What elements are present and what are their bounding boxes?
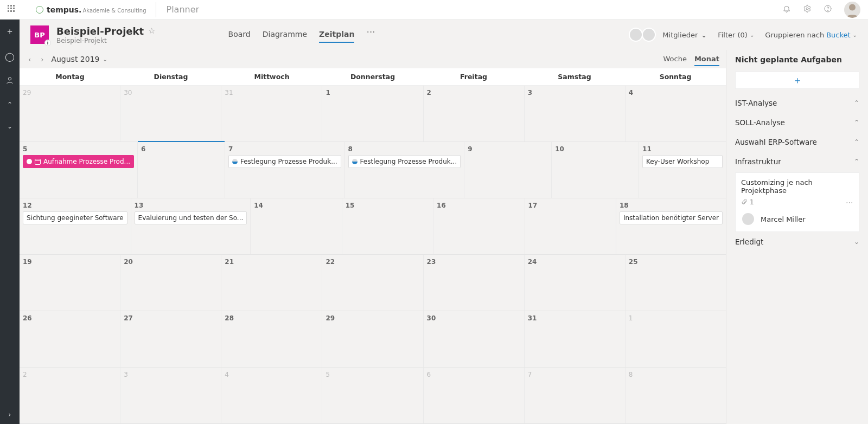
month-picker[interactable]: August 2019⌄ xyxy=(51,55,107,63)
help-icon[interactable] xyxy=(824,4,832,15)
calendar-event[interactable]: Aufnahme Prozesse Prod... xyxy=(23,155,134,168)
day-number: 15 xyxy=(346,202,430,209)
calendar-cell[interactable]: 21 xyxy=(221,255,322,311)
calendar-cell[interactable]: 10 xyxy=(552,142,639,198)
calendar-cell[interactable]: 23 xyxy=(424,255,525,311)
calendar-cell[interactable]: 12Sichtung geegineter Software xyxy=(20,198,131,254)
calendar-cell[interactable]: 11Key-User Workshop xyxy=(639,142,726,198)
bucket-row[interactable]: Erledigt⌄ xyxy=(735,232,859,252)
bucket-row[interactable]: IST-Analyse⌃ xyxy=(735,93,859,113)
filter-button[interactable]: Filter (0)⌄ xyxy=(718,31,754,39)
view-month-button[interactable]: Monat xyxy=(694,53,719,66)
chevron-down-icon: ⌄ xyxy=(854,238,859,246)
calendar-cell[interactable]: 7 xyxy=(525,368,626,423)
calendar-cell[interactable]: 8 xyxy=(626,368,726,423)
calendar-cell[interactable]: 9 xyxy=(464,142,552,198)
calendar-cell[interactable]: 24 xyxy=(525,255,626,311)
calendar-cell[interactable]: 25 xyxy=(626,255,726,311)
svg-point-0 xyxy=(806,8,808,10)
event-label: Festlegung Prozesse Produk... xyxy=(240,158,337,165)
calendar-cell[interactable]: 30 xyxy=(120,86,221,141)
day-header: Donnerstag xyxy=(322,68,423,85)
calendar-cell[interactable]: 2 xyxy=(20,368,120,423)
chevron-up-icon: ⌃ xyxy=(854,99,859,107)
calendar-cell[interactable]: 8Festlegung Prozesse Produk... xyxy=(345,142,465,198)
calendar-event[interactable]: Sichtung geegineter Software xyxy=(23,211,127,224)
day-header: Freitag xyxy=(423,68,524,85)
day-number: 17 xyxy=(528,202,612,209)
bucket-row[interactable]: Infrastruktur⌃ xyxy=(735,152,859,171)
calendar-cell[interactable]: 5Aufnahme Prozesse Prod... xyxy=(20,142,138,198)
tab-schedule[interactable]: Zeitplan xyxy=(319,27,354,43)
day-number: 18 xyxy=(620,202,723,209)
calendar-cell[interactable]: 6 xyxy=(424,368,525,423)
svg-point-2 xyxy=(828,10,828,11)
calendar-cell[interactable]: 13Evaluierung und testen der So... xyxy=(131,198,251,254)
rail-people-icon[interactable] xyxy=(5,76,14,87)
user-avatar[interactable] xyxy=(844,2,860,18)
notifications-icon[interactable] xyxy=(782,4,791,15)
calendar-event[interactable]: Installation benötigter Server xyxy=(620,211,723,224)
calendar-cell[interactable]: 1 xyxy=(626,311,726,367)
progress-icon xyxy=(232,159,238,164)
calendar-cell[interactable]: 19 xyxy=(20,255,120,311)
calendar-cell[interactable]: 7Festlegung Prozesse Produk... xyxy=(225,142,345,198)
calendar-cell[interactable]: 14 xyxy=(251,198,342,254)
calendar-cell[interactable]: 3 xyxy=(120,368,221,423)
tab-more-icon[interactable]: ⋯ xyxy=(366,27,375,43)
calendar-cell[interactable]: 22 xyxy=(322,255,423,311)
project-info-icon[interactable]: i xyxy=(44,40,51,46)
next-month-icon[interactable]: › xyxy=(39,55,46,63)
calendar-cell[interactable]: 18Installation benötigter Server xyxy=(616,198,726,254)
calendar-cell[interactable]: 3 xyxy=(525,86,626,141)
calendar-cell[interactable]: 27 xyxy=(120,311,221,367)
tenant-logo: tempus.Akademie & Consulting xyxy=(36,5,146,14)
calendar-cell[interactable]: 29 xyxy=(20,86,120,141)
calendar-cell[interactable]: 5 xyxy=(322,368,423,423)
event-label: Sichtung geegineter Software xyxy=(27,214,124,222)
calendar-cell[interactable]: 1 xyxy=(322,86,423,141)
members-button[interactable]: Mitglieder ⌄ xyxy=(629,28,707,42)
calendar-cell[interactable]: 4 xyxy=(221,368,322,423)
rail-hub-icon[interactable]: ◯ xyxy=(5,51,15,62)
bucket-row[interactable]: SOLL-Analyse⌃ xyxy=(735,113,859,132)
calendar-cell[interactable]: 2 xyxy=(424,86,525,141)
settings-icon[interactable] xyxy=(803,4,812,15)
calendar-cell[interactable]: 4 xyxy=(626,86,726,141)
bucket-row[interactable]: Auswahl ERP-Software⌃ xyxy=(735,132,859,152)
calendar-cell[interactable]: 17 xyxy=(525,198,616,254)
calendar-cell[interactable]: 6 xyxy=(138,142,225,198)
favorite-star-icon[interactable]: ☆ xyxy=(148,26,155,36)
calendar-cell[interactable]: 31 xyxy=(221,86,322,141)
calendar-event[interactable]: Key-User Workshop xyxy=(642,155,723,168)
rail-expand-icon[interactable]: › xyxy=(9,411,11,418)
calendar-cell[interactable]: 15 xyxy=(342,198,433,254)
calendar-cell[interactable]: 29 xyxy=(322,311,423,367)
calendar-event[interactable]: Festlegung Prozesse Produk... xyxy=(348,155,461,168)
day-header: Dienstag xyxy=(120,68,221,85)
progress-icon xyxy=(27,159,32,164)
task-card[interactable]: Customizing je nach Projektphase1⋯Marcel… xyxy=(735,172,859,232)
calendar-cell[interactable]: 16 xyxy=(433,198,525,254)
rail-chevron-up-icon[interactable]: ⌃ xyxy=(7,101,12,108)
tab-board[interactable]: Board xyxy=(228,27,251,43)
calendar-cell[interactable]: 20 xyxy=(120,255,221,311)
calendar-event[interactable]: Festlegung Prozesse Produk... xyxy=(228,155,341,168)
tab-charts[interactable]: Diagramme xyxy=(263,27,307,43)
add-task-button[interactable]: ＋ xyxy=(735,72,859,89)
svg-point-3 xyxy=(8,78,11,80)
calendar-cell[interactable]: 28 xyxy=(221,311,322,367)
day-number: 1 xyxy=(326,89,419,96)
rail-chevron-down-icon[interactable]: ⌄ xyxy=(7,123,12,130)
calendar-event[interactable]: Evaluierung und testen der So... xyxy=(135,211,247,224)
day-number: 30 xyxy=(427,314,521,322)
calendar-cell[interactable]: 26 xyxy=(20,311,120,367)
calendar-cell[interactable]: 30 xyxy=(424,311,525,367)
app-launcher-icon[interactable] xyxy=(8,5,17,15)
rail-add-icon[interactable]: ＋ xyxy=(5,26,14,37)
view-week-button[interactable]: Woche xyxy=(663,53,686,66)
task-more-icon[interactable]: ⋯ xyxy=(846,198,853,207)
prev-month-icon[interactable]: ‹ xyxy=(26,55,33,63)
group-by-button[interactable]: Gruppieren nach Bucket⌄ xyxy=(765,31,857,39)
calendar-cell[interactable]: 31 xyxy=(525,311,626,367)
